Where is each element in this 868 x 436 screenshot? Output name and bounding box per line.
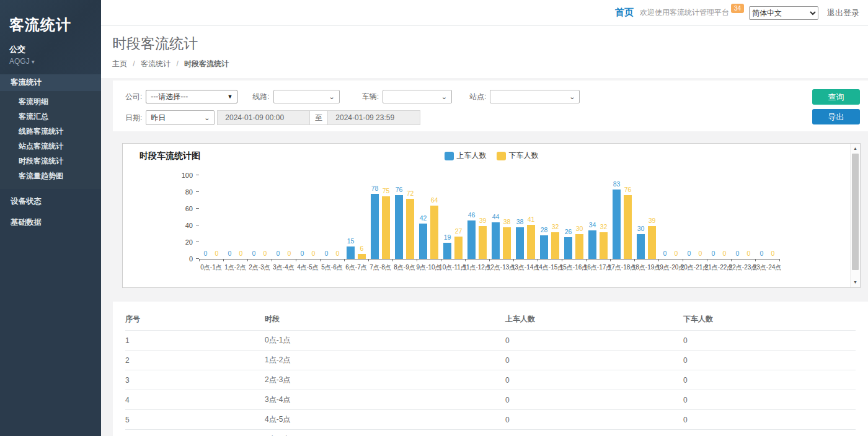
org-code-dropdown[interactable]: AQGJ▾ <box>9 57 92 66</box>
scroll-up-icon[interactable]: ▲ <box>851 144 860 153</box>
line-select[interactable]: ⌄ <box>273 90 340 103</box>
x-axis-label: 0点-1点 <box>200 263 221 272</box>
bar-value-label: 64 <box>431 196 438 204</box>
bar-value-label: 76 <box>624 186 632 193</box>
sidebar-item-站点客流统计[interactable]: 站点客流统计 <box>0 139 101 154</box>
bar-下车人数[interactable]: 75 <box>382 196 390 259</box>
table-cell: 0 <box>683 410 856 430</box>
bar-下车人数[interactable]: 72 <box>406 199 414 259</box>
company-label: 公司: <box>125 92 142 102</box>
language-select[interactable]: 简体中文 <box>749 6 818 20</box>
bar-上车人数[interactable]: 19 <box>443 243 451 259</box>
bar-下车人数[interactable]: 30 <box>575 234 583 259</box>
bar-value-label: 19 <box>444 233 451 241</box>
vehicle-select[interactable]: ⌄ <box>383 90 452 103</box>
sidebar-item-客流明细[interactable]: 客流明细 <box>0 94 101 109</box>
x-axis-label: 1点-2点 <box>224 263 246 272</box>
station-label: 站点: <box>469 92 486 102</box>
bar-下车人数[interactable]: 39 <box>648 226 656 259</box>
bar-group-2点-3点: 002点-3点 <box>247 176 272 259</box>
content-area: 公司: ---请选择--- ▼ 线路: ⌄ 车辆: ⌄ 站点 <box>101 78 868 436</box>
bar-上车人数[interactable]: 44 <box>492 222 500 259</box>
table-cell: 3点-4点 <box>265 390 505 410</box>
bar-上车人数[interactable]: 76 <box>395 195 403 259</box>
logout-link[interactable]: 退出登录 <box>827 7 859 19</box>
bar-group-0点-1点: 000点-1点 <box>199 176 223 259</box>
bar-上车人数[interactable]: 15 <box>347 246 355 259</box>
bar-value-label: 0 <box>215 250 219 257</box>
bar-下车人数[interactable]: 32 <box>551 232 559 259</box>
sidebar-item-时段客流统计[interactable]: 时段客流统计 <box>0 154 101 168</box>
bar-上车人数[interactable]: 38 <box>516 227 524 259</box>
bar-上车人数[interactable]: 28 <box>540 235 548 259</box>
bar-下车人数[interactable]: 76 <box>624 195 632 259</box>
bar-下车人数[interactable]: 64 <box>430 206 438 259</box>
bar-下车人数[interactable]: 39 <box>479 226 487 259</box>
station-select[interactable]: ⌄ <box>490 90 580 103</box>
sidebar-item-设备状态[interactable]: 设备状态 <box>0 193 101 210</box>
bar-value-label: 27 <box>455 227 463 235</box>
sidebar-item-线路客流统计[interactable]: 线路客流统计 <box>0 124 101 139</box>
y-axis-tick-mark <box>196 175 199 175</box>
bar-下车人数[interactable]: 32 <box>600 232 608 259</box>
table-header-row: 序号 时段 上车人数 下车人数 <box>125 308 856 331</box>
bar-group-4点-5点: 004点-5点 <box>296 176 320 259</box>
breadcrumb-home[interactable]: 主页 <box>112 59 127 68</box>
bar-value-label: 38 <box>516 218 524 225</box>
legend-item-下车人数[interactable]: 下车人数 <box>497 150 539 161</box>
bar-上车人数[interactable]: 78 <box>371 194 379 259</box>
date-preset-select[interactable]: 昨日 ⌄ <box>146 110 215 125</box>
table-row: 21点-2点00 <box>125 351 856 370</box>
bar-上车人数[interactable]: 26 <box>564 237 572 259</box>
sidebar-item-客流汇总[interactable]: 客流汇总 <box>0 109 101 124</box>
table-cell: 6 <box>125 430 265 436</box>
query-button[interactable]: 查询 <box>812 89 860 105</box>
bar-group-7点-8点: 78757点-8点 <box>368 176 392 259</box>
page-title: 时段客流统计 <box>112 34 868 53</box>
date-range-separator: 至 <box>309 110 328 125</box>
bar-group-11点-12点: 463911点-12点 <box>465 176 489 259</box>
notification-badge: 34 <box>731 4 744 13</box>
bar-下车人数[interactable]: 27 <box>454 237 463 259</box>
company-select[interactable]: ---请选择--- ▼ <box>146 90 237 103</box>
bar-value-label: 0 <box>325 250 329 257</box>
breadcrumb-section[interactable]: 客流统计 <box>141 59 170 68</box>
scrollbar-thumb[interactable] <box>852 154 859 270</box>
table-cell: 0 <box>505 331 683 351</box>
caret-down-icon: ▾ <box>32 58 35 65</box>
org-code-label: AQGJ <box>9 57 30 66</box>
bar-value-label: 34 <box>589 221 596 229</box>
export-button[interactable]: 导出 <box>812 109 860 124</box>
bar-value-label: 0 <box>771 250 775 257</box>
sidebar-section-客流统计[interactable]: 客流统计 <box>0 74 101 91</box>
bar-group-5点-6点: 005点-6点 <box>320 176 344 259</box>
bar-上车人数[interactable]: 46 <box>467 220 476 259</box>
bar-group-3点-4点: 003点-4点 <box>272 176 296 259</box>
chart-scrollbar[interactable]: ▲ ▼ <box>850 144 860 287</box>
bar-group-6点-7点: 1566点-7点 <box>344 176 368 259</box>
y-axis-tick-label: 40 <box>185 222 193 229</box>
bar-上车人数[interactable]: 42 <box>419 224 427 259</box>
home-link[interactable]: 首页 <box>615 7 634 19</box>
legend-item-上车人数[interactable]: 上车人数 <box>445 150 487 161</box>
table-cell: 0 <box>683 370 856 390</box>
bar-上车人数[interactable]: 34 <box>588 230 596 259</box>
bar-下车人数[interactable]: 6 <box>358 254 366 259</box>
bar-上车人数[interactable]: 30 <box>637 234 645 259</box>
table-row: 54点-5点00 <box>125 410 856 430</box>
x-axis-tick-mark <box>731 259 732 261</box>
table-cell: 2点-3点 <box>265 370 505 390</box>
line-label: 线路: <box>252 92 269 102</box>
chevron-down-icon: ⌄ <box>329 94 334 99</box>
scroll-down-icon[interactable]: ▼ <box>851 278 860 287</box>
bar-value-label: 0 <box>204 250 208 257</box>
topbar: 首页 欢迎使用客流统计管理平台 34 简体中文 退出登录 <box>101 0 868 26</box>
bar-下车人数[interactable]: 41 <box>527 225 535 259</box>
sidebar-item-基础数据[interactable]: 基础数据 <box>0 214 101 231</box>
bar-下车人数[interactable]: 38 <box>503 227 511 259</box>
chevron-down-icon: ⌄ <box>441 94 447 99</box>
bar-value-label: 28 <box>541 226 548 233</box>
bar-value-label: 0 <box>688 250 691 257</box>
sidebar-item-客流量趋势图[interactable]: 客流量趋势图 <box>0 168 101 183</box>
bar-上车人数[interactable]: 83 <box>613 190 621 259</box>
